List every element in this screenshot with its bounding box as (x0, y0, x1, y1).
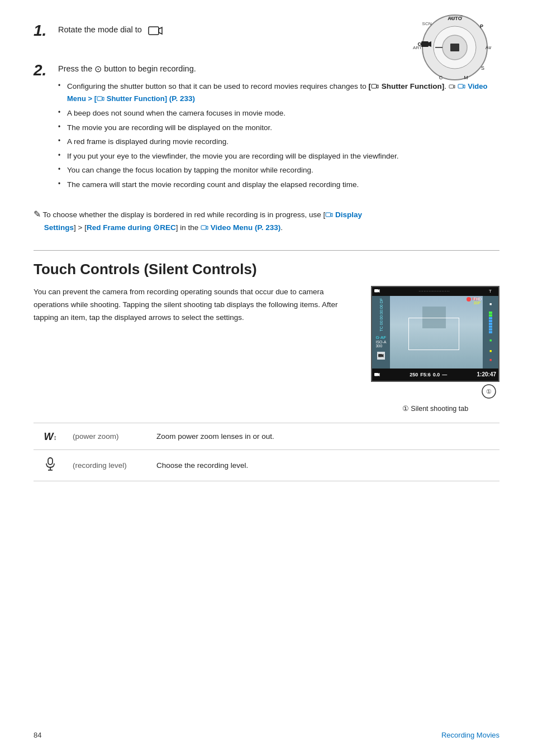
silent-tab-pointer: ① (371, 383, 499, 400)
cam-ev-value: 0.0 (433, 372, 440, 377)
bullet-7: The camera will start the movie recordin… (58, 179, 499, 191)
microphone-icon (45, 457, 56, 471)
camera-right-bar: ■ ■ ■ (489, 298, 493, 366)
svg-rect-24 (458, 84, 463, 88)
svg-rect-22 (449, 85, 454, 88)
cam-mode-icon (374, 289, 380, 294)
step2-number: 2. (34, 62, 49, 79)
camera-focus-box (408, 318, 459, 351)
camera-bottom-bar: 250 F5:6 0.0 — 1:20:47 (372, 369, 498, 381)
touch-controls-description: You can prevent the camera from recordin… (34, 286, 355, 413)
recording-level-description: Choose the recording level. (151, 449, 499, 481)
bullet-5: If you put your eye to the viewfinder, t… (58, 150, 499, 162)
red-frame-link[interactable]: Red Frame during ⊙REC (87, 223, 176, 232)
svg-marker-35 (382, 354, 384, 357)
recording-level-label: (recording level) (67, 449, 151, 481)
svg-rect-36 (374, 373, 378, 376)
video-menu-link2[interactable]: Video Menu (P. 233) (211, 223, 281, 232)
camera-screen-wrapper: ··················· T TC 00:00:00:00 DF … (371, 286, 499, 413)
power-zoom-label: (power zoom) (67, 423, 151, 449)
camera-top-bar: ··················· T (372, 287, 498, 296)
cam-tc-label: TC 00:00:00:00 DF (379, 298, 383, 332)
bullet-1: Configuring the shutter button so that i… (58, 80, 499, 105)
camera-bottom-values: 250 F5:6 0.0 — (410, 372, 447, 377)
svg-rect-0 (149, 27, 159, 35)
tip-icon: ✎ (34, 209, 41, 219)
step1-section: 1. Rotate the mode dial to (34, 22, 499, 56)
shutter-function-ref: [ Shutter Function] (369, 82, 445, 90)
svg-marker-25 (463, 85, 465, 88)
step2-section: 2. Press the ⊙ button to begin recording… (34, 62, 499, 193)
svg-text:M: M (464, 75, 468, 80)
annotation-circle: ① (402, 405, 409, 413)
cam-mode-square (377, 352, 385, 360)
svg-text:①: ① (486, 388, 492, 395)
page-number: 84 (34, 731, 41, 739)
section-description-text: You can prevent the camera from recordin… (34, 286, 355, 324)
svg-marker-23 (454, 85, 455, 88)
power-zoom-description: Zoom power zoom lenses in or out. (151, 423, 499, 449)
page-ref-233a: (P. 233) (169, 94, 195, 103)
cam-t-label: T (489, 289, 492, 294)
svg-rect-40 (48, 458, 53, 465)
page-footer: 84 Recording Movies (34, 731, 499, 739)
step2-bullet-list: Configuring the shutter button so that i… (58, 80, 499, 190)
svg-text:S: S (481, 65, 484, 71)
svg-marker-31 (206, 226, 208, 229)
svg-text:SCN: SCN (422, 21, 432, 26)
step1-number: 1. (34, 22, 49, 40)
camera-screen-annotation: ① Silent shooting tab (402, 404, 468, 413)
bullet-6: You can change the focus location by tap… (58, 164, 499, 176)
svg-rect-26 (97, 97, 102, 101)
camera-left-panel: TC 00:00:00:00 DF G·AF ISO-A 300 (372, 296, 390, 369)
camera-body: TC 00:00:00:00 DF G·AF ISO-A 300 (372, 296, 498, 369)
bullet-4: A red frame is displayed during movie re… (58, 136, 499, 148)
annotation-label: Silent shooting tab (411, 405, 468, 413)
svg-rect-28 (326, 213, 331, 217)
cam-aperture-value: F5:6 (420, 372, 431, 377)
camera-screen: ··················· T TC 00:00:00:00 DF … (371, 286, 499, 382)
cam-top-right-info: FHD 30P (474, 297, 482, 305)
pointer-arrow-svg: ① (480, 383, 497, 400)
footer-section-title: Recording Movies (441, 731, 499, 739)
bullet-2: A beep does not sound when the camera fo… (58, 107, 499, 119)
section-divider (34, 250, 499, 251)
mode-dial-svg: AUTO P Av S M C SCN ART AR 2 (410, 11, 499, 84)
svg-marker-29 (331, 213, 332, 217)
svg-text:2: 2 (460, 14, 463, 19)
cam-g-af: G·AF (375, 335, 386, 340)
svg-rect-12 (421, 41, 429, 47)
svg-marker-21 (377, 85, 378, 88)
svg-text:C: C (439, 75, 443, 80)
svg-text:ART: ART (413, 45, 422, 50)
cam-iso: ISO-A (375, 340, 386, 344)
section-title: Touch Controls (Silent Controls) (34, 261, 499, 278)
power-zoom-icon-cell: W↕ (34, 423, 67, 449)
feature-row-power-zoom: W↕ (power zoom) Zoom power zoom lenses i… (34, 423, 499, 449)
camera-dial-diagram: AUTO P Av S M C SCN ART AR 2 (410, 11, 499, 85)
svg-rect-34 (378, 354, 382, 357)
svg-rect-30 (201, 226, 206, 229)
feature-table: W↕ (power zoom) Zoom power zoom lenses i… (34, 423, 499, 481)
mode-dial-icon (147, 25, 163, 36)
svg-marker-37 (378, 373, 380, 376)
cam-shutter-value: 250 (410, 372, 418, 377)
svg-text:P: P (480, 23, 483, 29)
display-settings-link[interactable]: Display Settings (34, 210, 362, 232)
svg-rect-5 (450, 44, 459, 51)
step2-content: Press the ⊙ button to begin recording. C… (58, 62, 499, 193)
svg-marker-27 (102, 97, 104, 101)
camera-timer-display: 1:20:47 (477, 371, 496, 377)
svg-text:Av: Av (486, 45, 492, 50)
cam-dots: ··················· (380, 289, 489, 293)
svg-rect-32 (374, 289, 378, 293)
feature-row-recording-level: (recording level) Choose the recording l… (34, 449, 499, 481)
svg-marker-1 (159, 27, 162, 34)
camera-right-panel: ■ ■ ■ (483, 296, 498, 369)
touch-controls-layout: You can prevent the camera from recordin… (34, 286, 499, 413)
svg-text:AR: AR (449, 16, 455, 21)
cam-dash: — (442, 372, 447, 377)
recording-level-icon-cell (34, 449, 67, 481)
bullet-3: The movie you are recording will be disp… (58, 122, 499, 134)
cam-iso-value: 300 (375, 344, 386, 348)
